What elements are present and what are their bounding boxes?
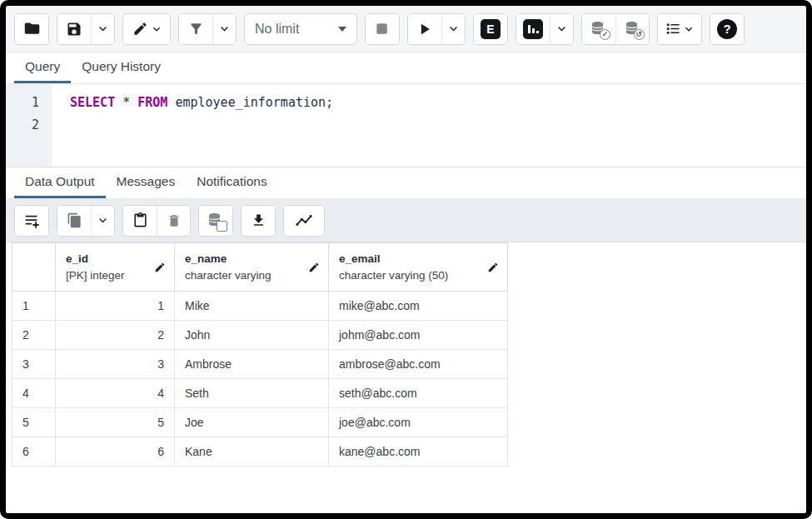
cell-e-name[interactable]: Ambrose bbox=[175, 350, 329, 379]
cell-e-id[interactable]: 1 bbox=[56, 292, 175, 321]
graph-icon bbox=[295, 212, 313, 229]
open-file-group bbox=[14, 13, 49, 45]
tab-query-label: Query bbox=[25, 59, 60, 74]
tab-data-output[interactable]: Data Output bbox=[14, 167, 106, 198]
cell-e-email[interactable]: kane@abc.com bbox=[329, 437, 508, 467]
save-menu-button[interactable] bbox=[91, 14, 114, 44]
download-group bbox=[241, 205, 276, 237]
cell-e-email[interactable]: seth@abc.com bbox=[329, 379, 508, 408]
explain-analyze-group bbox=[516, 13, 574, 45]
tab-messages[interactable]: Messages bbox=[106, 167, 187, 198]
edit-column-icon[interactable] bbox=[154, 262, 166, 273]
tab-data-output-label: Data Output bbox=[25, 174, 95, 189]
editor-gutter: 1 2 bbox=[6, 84, 52, 167]
save-badge-icon bbox=[217, 221, 227, 232]
cell-e-email[interactable]: johm@abc.com bbox=[329, 321, 508, 350]
edit-group bbox=[122, 13, 171, 45]
chevron-down-icon bbox=[448, 23, 459, 34]
column-header-e-name[interactable]: e_name character varying bbox=[175, 243, 329, 292]
edit-column-icon[interactable] bbox=[487, 262, 499, 273]
column-type: character varying (50) bbox=[339, 267, 448, 284]
cell-e-email[interactable]: ambrose@abc.com bbox=[329, 350, 508, 379]
sql-keyword: SELECT bbox=[70, 95, 115, 110]
results-toolbar bbox=[6, 199, 806, 242]
macros-button[interactable] bbox=[658, 14, 701, 44]
copy-button[interactable] bbox=[57, 206, 91, 236]
table-row: 1 1 Mike mike@abc.com bbox=[12, 292, 508, 321]
column-header-e-email[interactable]: e_email character varying (50) bbox=[329, 243, 508, 292]
row-limit-value: No limit bbox=[255, 22, 299, 37]
save-data-group bbox=[198, 205, 233, 237]
help-icon: ? bbox=[717, 19, 737, 39]
chevron-down-icon bbox=[152, 24, 162, 34]
row-number-cell[interactable]: 3 bbox=[12, 350, 56, 379]
row-number-cell[interactable]: 6 bbox=[12, 437, 56, 467]
cancel-group bbox=[365, 13, 400, 45]
table-row: 4 4 Seth seth@abc.com bbox=[12, 379, 508, 408]
cell-e-name[interactable]: Mike bbox=[175, 292, 329, 321]
save-button[interactable] bbox=[57, 14, 91, 44]
copy-menu-button[interactable] bbox=[91, 206, 114, 236]
cell-e-name[interactable]: Kane bbox=[175, 437, 329, 467]
tab-notifications[interactable]: Notifications bbox=[186, 167, 277, 198]
save-data-changes-button[interactable] bbox=[199, 206, 232, 236]
tab-query-history[interactable]: Query History bbox=[71, 52, 172, 83]
cell-e-id[interactable]: 5 bbox=[56, 408, 175, 437]
chevron-down-icon bbox=[684, 24, 694, 34]
trash-icon bbox=[167, 213, 182, 228]
sql-statement-line: SELECT * FROM employee_information; bbox=[70, 92, 806, 114]
cell-e-email[interactable]: mike@abc.com bbox=[329, 292, 508, 321]
empty-line bbox=[70, 114, 806, 137]
column-name: e_email bbox=[339, 251, 448, 267]
filter-button[interactable] bbox=[179, 14, 212, 44]
add-row-group bbox=[14, 205, 49, 237]
cell-e-name[interactable]: Joe bbox=[175, 408, 329, 437]
cell-e-name[interactable]: John bbox=[175, 321, 329, 350]
select-all-cell[interactable] bbox=[12, 243, 56, 292]
row-number-cell[interactable]: 5 bbox=[12, 408, 56, 437]
explain-icon: E bbox=[481, 19, 501, 39]
explain-button[interactable]: E bbox=[474, 14, 507, 44]
graph-visualiser-button[interactable] bbox=[284, 206, 324, 236]
row-number-cell[interactable]: 4 bbox=[12, 379, 56, 408]
explain-analyze-button[interactable] bbox=[516, 14, 550, 44]
cell-e-id[interactable]: 3 bbox=[56, 350, 175, 379]
commit-button[interactable]: ✓ bbox=[582, 14, 615, 44]
rollback-button[interactable]: ↺ bbox=[615, 14, 649, 44]
cell-e-id[interactable]: 2 bbox=[56, 321, 175, 350]
execute-button[interactable] bbox=[408, 14, 441, 44]
delete-row-button[interactable] bbox=[157, 206, 190, 236]
row-limit-select[interactable]: No limit bbox=[244, 13, 357, 45]
cancel-query-button[interactable] bbox=[366, 14, 399, 44]
cell-e-id[interactable]: 4 bbox=[56, 379, 175, 408]
sql-identifier: employee_information; bbox=[167, 95, 333, 110]
rollback-arrow-icon: ↺ bbox=[634, 29, 645, 40]
chevron-down-icon bbox=[219, 23, 230, 34]
row-number-cell[interactable]: 2 bbox=[12, 321, 56, 350]
explain-analyze-icon bbox=[523, 19, 543, 39]
clipboard-icon bbox=[132, 212, 148, 228]
row-number-cell[interactable]: 1 bbox=[12, 292, 56, 321]
help-button[interactable]: ? bbox=[710, 14, 744, 44]
explain-menu-button[interactable] bbox=[550, 14, 573, 44]
tab-query-history-label: Query History bbox=[82, 59, 161, 74]
add-row-button[interactable] bbox=[15, 206, 48, 236]
execute-menu-button[interactable] bbox=[441, 14, 465, 44]
edit-column-icon[interactable] bbox=[308, 262, 320, 273]
editor-code-area[interactable]: SELECT * FROM employee_information; bbox=[52, 84, 806, 167]
paste-button[interactable] bbox=[123, 206, 157, 236]
open-file-button[interactable] bbox=[15, 14, 48, 44]
filter-icon bbox=[188, 21, 204, 37]
tab-query[interactable]: Query bbox=[14, 52, 71, 83]
sql-editor[interactable]: 1 2 SELECT * FROM employee_information; bbox=[6, 84, 806, 167]
column-header-e-id[interactable]: e_id [PK] integer bbox=[56, 243, 175, 292]
cell-e-id[interactable]: 6 bbox=[56, 437, 175, 467]
cell-e-email[interactable]: joe@abc.com bbox=[329, 408, 508, 437]
download-csv-button[interactable] bbox=[242, 206, 275, 236]
cell-e-name[interactable]: Seth bbox=[175, 379, 329, 408]
filter-menu-button[interactable] bbox=[212, 14, 236, 44]
table-row: 2 2 John johm@abc.com bbox=[12, 321, 508, 350]
explain-group: E bbox=[473, 13, 508, 45]
edit-menu-button[interactable] bbox=[123, 14, 170, 44]
query-tabstrip: Query Query History bbox=[6, 52, 806, 84]
